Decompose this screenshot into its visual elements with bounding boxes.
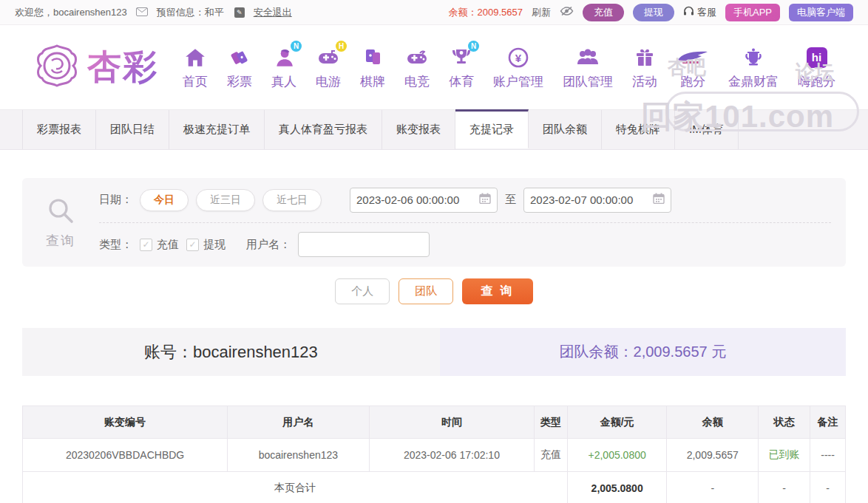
nav-item-account[interactable]: ¥ 账户管理 bbox=[484, 45, 553, 90]
tab-team-daily[interactable]: 团队日结 bbox=[96, 110, 169, 149]
cell-change-id: 20230206VBBDACHBDG bbox=[23, 439, 228, 472]
date-from-input[interactable] bbox=[356, 194, 475, 206]
nav-item-lottery[interactable]: 彩票 bbox=[217, 45, 262, 90]
badge-h: H bbox=[336, 41, 347, 52]
checkbox-withdraw[interactable]: ✓ 提现 bbox=[186, 238, 226, 252]
nav-label: 团队管理 bbox=[563, 73, 613, 90]
range-today-button[interactable]: 今日 bbox=[140, 189, 189, 211]
table-row: 20230206VBBDACHBDG bocairenshen123 2023-… bbox=[23, 439, 846, 472]
nav-item-haipaofen[interactable]: hi 嗨跑分 bbox=[788, 45, 845, 90]
eye-slash-icon[interactable] bbox=[560, 6, 574, 19]
nav-item-paofen[interactable]: 跑分 bbox=[667, 45, 719, 90]
col-amount: 金额/元 bbox=[567, 406, 667, 439]
paofen-logo-icon bbox=[677, 45, 709, 70]
reserved-info: 预留信息：和平 bbox=[157, 6, 224, 19]
search-section-label: 查询 bbox=[22, 178, 99, 267]
nav-item-sports[interactable]: N 体育 bbox=[439, 45, 484, 90]
person-icon: N bbox=[274, 45, 294, 70]
calendar-icon[interactable] bbox=[479, 193, 491, 207]
range-7days-button[interactable]: 近七日 bbox=[262, 189, 322, 211]
tab-deposit-withdraw-records[interactable]: 充提记录 bbox=[455, 109, 529, 148]
coin-icon: ¥ bbox=[508, 45, 529, 70]
edit-icon[interactable]: ✎ bbox=[234, 7, 245, 18]
date-to-input[interactable] bbox=[530, 194, 648, 206]
date-label: 日期： bbox=[99, 193, 132, 207]
site-header: 杏彩 首页 彩票 N 真人 H 电游 bbox=[0, 25, 868, 109]
topbar: 欢迎您，bocairenshen123 预留信息：和平 ✎ 安全退出 余额：20… bbox=[0, 0, 868, 25]
nav-item-team[interactable]: 团队管理 bbox=[553, 45, 623, 90]
team-icon bbox=[576, 45, 600, 70]
tab-team-balance[interactable]: 团队余额 bbox=[529, 110, 602, 149]
nav-item-esports[interactable]: 电竞 bbox=[395, 45, 439, 90]
username-label: 用户名： bbox=[246, 238, 291, 252]
withdraw-button[interactable]: 提现 bbox=[633, 4, 674, 21]
recharge-button[interactable]: 充值 bbox=[583, 4, 624, 21]
tab-im-sports[interactable]: IM体育 bbox=[675, 110, 739, 149]
nav-item-live[interactable]: N 真人 bbox=[262, 45, 306, 90]
logout-link[interactable]: 安全退出 bbox=[254, 6, 292, 19]
site-logo[interactable]: 杏彩 bbox=[34, 43, 158, 92]
summary-note: - bbox=[810, 472, 846, 503]
cell-type: 充值 bbox=[535, 439, 568, 472]
cell-amount: +2,005.0800 bbox=[567, 439, 667, 472]
team-balance: 团队余额：2,009.5657 元 bbox=[440, 328, 846, 376]
report-tabbar: 彩票报表 团队日结 极速充提订单 真人体育盈亏报表 账变报表 充提记录 团队余额… bbox=[0, 109, 868, 150]
hi-app-icon: hi bbox=[807, 45, 827, 70]
logo-emblem-icon bbox=[34, 43, 80, 92]
cards-icon bbox=[363, 45, 382, 70]
cell-balance: 2,009.5657 bbox=[667, 439, 759, 472]
welcome-text: 欢迎您，bocairenshen123 bbox=[15, 6, 127, 19]
nav-label: 首页 bbox=[183, 73, 208, 90]
checkbox-label: 充值 bbox=[157, 238, 179, 252]
nav-item-home[interactable]: 首页 bbox=[173, 45, 217, 90]
tab-fast-orders[interactable]: 极速充提订单 bbox=[169, 110, 265, 149]
badge-n: N bbox=[291, 41, 302, 52]
checkbox-recharge[interactable]: ✓ 充值 bbox=[140, 238, 179, 252]
nav-label: 真人 bbox=[271, 73, 296, 90]
username-input[interactable] bbox=[298, 232, 430, 257]
col-status: 状态 bbox=[759, 406, 810, 439]
nav-item-jinding[interactable]: 金鼎财富 bbox=[719, 45, 788, 90]
service-label: 客服 bbox=[697, 6, 716, 19]
type-label: 类型： bbox=[99, 238, 132, 252]
main-nav: 首页 彩票 N 真人 H 电游 棋牌 bbox=[173, 45, 845, 90]
tab-live-sports-pl[interactable]: 真人体育盈亏报表 bbox=[265, 110, 382, 149]
customer-service-link[interactable]: 客服 bbox=[683, 6, 716, 19]
nav-item-chess[interactable]: 棋牌 bbox=[350, 45, 395, 90]
home-icon bbox=[185, 45, 206, 70]
tab-account-changes[interactable]: 账变报表 bbox=[382, 110, 455, 149]
envelope-icon[interactable] bbox=[136, 6, 148, 19]
personal-button[interactable]: 个人 bbox=[335, 278, 390, 304]
calendar-icon[interactable] bbox=[653, 193, 665, 207]
trophy-icon: N bbox=[451, 45, 472, 70]
nav-label: 电竞 bbox=[404, 73, 430, 90]
col-balance: 余额 bbox=[667, 406, 759, 439]
svg-text:¥: ¥ bbox=[515, 51, 522, 64]
query-button[interactable]: 查 询 bbox=[462, 278, 532, 304]
nav-label: 体育 bbox=[449, 73, 474, 90]
gamepad-icon: H bbox=[317, 45, 339, 70]
nav-label: 账户管理 bbox=[493, 73, 543, 90]
checkbox-icon: ✓ bbox=[186, 239, 199, 251]
tab-tetu-chess[interactable]: 特兔棋牌 bbox=[602, 110, 675, 149]
nav-item-activity[interactable]: 活动 bbox=[623, 45, 667, 90]
filter-panel: 查询 日期： 今日 近三日 近七日 至 bbox=[22, 178, 846, 267]
main-content: 查询 日期： 今日 近三日 近七日 至 bbox=[0, 150, 868, 503]
nav-item-egames[interactable]: H 电游 bbox=[306, 45, 350, 90]
ding-icon bbox=[743, 45, 764, 70]
logo-text: 杏彩 bbox=[87, 44, 158, 90]
cell-username: bocairenshen123 bbox=[228, 439, 369, 472]
pc-client-button[interactable]: 电脑客户端 bbox=[789, 4, 853, 21]
mobile-app-button[interactable]: 手机APP bbox=[725, 4, 780, 21]
summary-label: 本页合计 bbox=[23, 472, 568, 503]
refresh-button[interactable]: 刷新 bbox=[532, 6, 551, 19]
ticket-icon bbox=[229, 45, 250, 70]
team-button[interactable]: 团队 bbox=[399, 278, 453, 304]
gift-icon bbox=[634, 45, 655, 70]
range-3days-button[interactable]: 近三日 bbox=[196, 189, 255, 211]
tab-lottery-report[interactable]: 彩票报表 bbox=[22, 110, 96, 149]
nav-label: 金鼎财富 bbox=[728, 73, 779, 90]
cell-note: ---- bbox=[810, 439, 846, 472]
nav-label: 嗨跑分 bbox=[798, 73, 835, 90]
cell-status: 已到账 bbox=[759, 439, 810, 472]
